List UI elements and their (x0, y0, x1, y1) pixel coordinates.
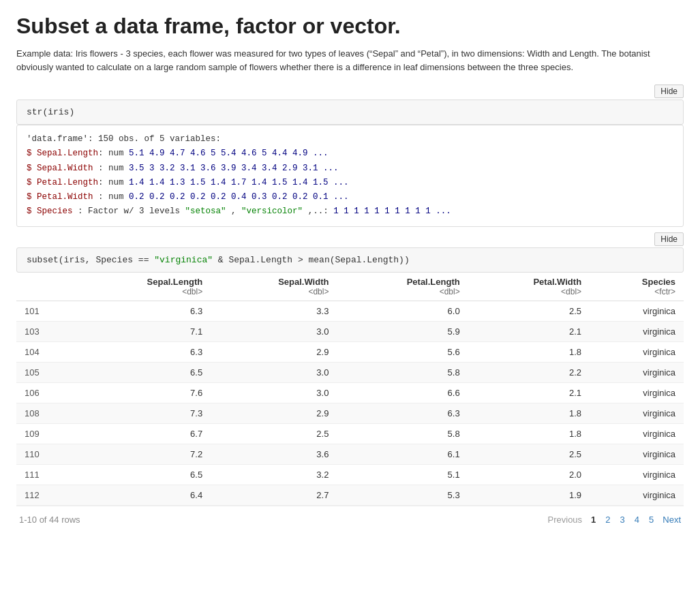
pagination-nav: Previous 1 2 3 4 5 Next (548, 513, 681, 526)
cell-sepal-width: 3.0 (211, 382, 337, 403)
cell-id: 101 (16, 301, 75, 321)
cell-species: virginica (590, 341, 684, 362)
output-line-2: $ Sepal.Length: num 5.1 4.9 4.7 4.6 5 5.… (27, 147, 673, 161)
cell-id: 108 (16, 403, 75, 423)
cell-petal-width: 1.8 (468, 423, 590, 444)
page-button-5[interactable]: 5 (645, 513, 657, 526)
col-header-petal-length: Petal.Length<dbl> (337, 273, 468, 301)
table-row: 110 7.2 3.6 6.1 2.5 virginica (16, 444, 684, 464)
cell-species: virginica (590, 464, 684, 485)
page-description: Example data: Iris flowers - 3 species, … (16, 47, 684, 74)
pagination-bar: 1-10 of 44 rows Previous 1 2 3 4 5 Next (16, 506, 684, 526)
cell-petal-width: 1.8 (468, 403, 590, 423)
cell-sepal-width: 3.6 (211, 444, 337, 464)
table-header: Sepal.Length<dbl> Sepal.Width<dbl> Petal… (16, 273, 684, 301)
subset-code-post: & Sepal.Length > mean(Sepal.Length)) (213, 255, 410, 265)
cell-species: virginica (590, 362, 684, 382)
cell-petal-length: 5.3 (337, 485, 468, 505)
cell-id: 109 (16, 423, 75, 444)
cell-sepal-length: 7.6 (75, 382, 211, 403)
cell-petal-length: 6.1 (337, 444, 468, 464)
subset-iris-section: Hide subset(iris, Species == "virginica"… (16, 232, 684, 526)
page-title: Subset a data frame, factor or vector. (16, 14, 684, 39)
col-header-petal-width: Petal.Width<dbl> (468, 273, 590, 301)
cell-sepal-width: 2.9 (211, 341, 337, 362)
col-header-id (16, 273, 75, 301)
cell-id: 110 (16, 444, 75, 464)
cell-sepal-length: 6.4 (75, 485, 211, 505)
table-row: 104 6.3 2.9 5.6 1.8 virginica (16, 341, 684, 362)
cell-species: virginica (590, 444, 684, 464)
page-button-1[interactable]: 1 (588, 513, 599, 526)
cell-sepal-width: 3.3 (211, 301, 337, 321)
page-button-2[interactable]: 2 (602, 513, 613, 526)
cell-sepal-length: 7.3 (75, 403, 211, 423)
subset-code-string: "virginica" (154, 255, 213, 265)
cell-species: virginica (590, 301, 684, 321)
iris-table: Sepal.Length<dbl> Sepal.Width<dbl> Petal… (16, 273, 684, 506)
cell-petal-length: 6.6 (337, 382, 468, 403)
cell-id: 111 (16, 464, 75, 485)
cell-petal-length: 5.6 (337, 341, 468, 362)
cell-sepal-width: 3.0 (211, 362, 337, 382)
cell-species: virginica (590, 423, 684, 444)
str-iris-code: str(iris) (27, 107, 74, 117)
hide-button-1[interactable]: Hide (654, 85, 684, 98)
cell-sepal-width: 2.9 (211, 403, 337, 423)
cell-petal-width: 1.8 (468, 341, 590, 362)
cell-petal-length: 5.1 (337, 464, 468, 485)
prev-button[interactable]: Previous (548, 515, 583, 525)
cell-sepal-length: 6.3 (75, 301, 211, 321)
subset-iris-input: subset(iris, Species == "virginica" & Se… (16, 247, 684, 273)
cell-species: virginica (590, 382, 684, 403)
cell-id: 106 (16, 382, 75, 403)
cell-sepal-width: 2.5 (211, 423, 337, 444)
cell-species: virginica (590, 403, 684, 423)
str-iris-output: 'data.frame': 150 obs. of 5 variables: $… (16, 125, 684, 227)
cell-id: 104 (16, 341, 75, 362)
cell-id: 103 (16, 321, 75, 341)
cell-sepal-width: 2.7 (211, 485, 337, 505)
hide-btn-1-container: Hide (16, 85, 684, 98)
table-row: 101 6.3 3.3 6.0 2.5 virginica (16, 301, 684, 321)
table-row: 103 7.1 3.0 5.9 2.1 virginica (16, 321, 684, 341)
col-header-sepal-width: Sepal.Width<dbl> (211, 273, 337, 301)
cell-petal-length: 5.8 (337, 423, 468, 444)
cell-sepal-length: 6.5 (75, 464, 211, 485)
table-row: 105 6.5 3.0 5.8 2.2 virginica (16, 362, 684, 382)
cell-sepal-length: 6.7 (75, 423, 211, 444)
table-row: 111 6.5 3.2 5.1 2.0 virginica (16, 464, 684, 485)
col-header-species: Species<fctr> (590, 273, 684, 301)
cell-petal-width: 2.0 (468, 464, 590, 485)
col-header-sepal-length: Sepal.Length<dbl> (75, 273, 211, 301)
cell-sepal-length: 6.3 (75, 341, 211, 362)
hide-button-2[interactable]: Hide (654, 232, 684, 246)
subset-code-pre: subset(iris, Species == (27, 255, 154, 265)
cell-petal-width: 2.5 (468, 444, 590, 464)
cell-sepal-width: 3.0 (211, 321, 337, 341)
cell-petal-length: 6.0 (337, 301, 468, 321)
cell-sepal-length: 6.5 (75, 362, 211, 382)
cell-species: virginica (590, 485, 684, 505)
page-button-3[interactable]: 3 (617, 513, 628, 526)
output-line-5: $ Petal.Width : num 0.2 0.2 0.2 0.2 0.2 … (27, 190, 673, 204)
output-line-4: $ Petal.Length: num 1.4 1.4 1.3 1.5 1.4 … (27, 176, 673, 190)
cell-petal-length: 5.8 (337, 362, 468, 382)
next-button[interactable]: Next (663, 515, 681, 525)
table-body: 101 6.3 3.3 6.0 2.5 virginica 103 7.1 3.… (16, 301, 684, 505)
str-iris-section: Hide str(iris) 'data.frame': 150 obs. of… (16, 85, 684, 227)
cell-petal-width: 2.1 (468, 321, 590, 341)
cell-sepal-length: 7.1 (75, 321, 211, 341)
str-iris-input: str(iris) (16, 100, 684, 125)
cell-petal-width: 2.2 (468, 362, 590, 382)
page-button-4[interactable]: 4 (631, 513, 643, 526)
output-line-3: $ Sepal.Width : num 3.5 3 3.2 3.1 3.6 3.… (27, 162, 673, 176)
output-line-1: 'data.frame': 150 obs. of 5 variables: (27, 132, 673, 147)
cell-petal-width: 2.5 (468, 301, 590, 321)
row-count: 1-10 of 44 rows (19, 515, 80, 525)
table-row: 109 6.7 2.5 5.8 1.8 virginica (16, 423, 684, 444)
hide-btn-2-container: Hide (16, 232, 684, 246)
cell-id: 112 (16, 485, 75, 505)
cell-id: 105 (16, 362, 75, 382)
cell-petal-length: 5.9 (337, 321, 468, 341)
